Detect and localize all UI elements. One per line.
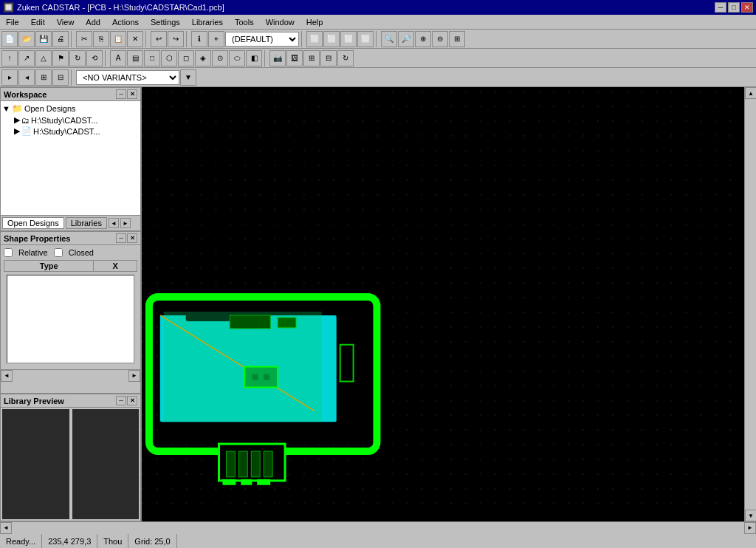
tb2-btn-4[interactable]: ⚑ (52, 50, 69, 66)
vscroll-up[interactable]: ▲ (745, 87, 756, 99)
sep4 (301, 31, 304, 47)
tree-root: ▼ 📁 Open Designs (2, 103, 139, 114)
cursor-button[interactable]: ⌖ (208, 31, 224, 47)
save-button[interactable]: 💾 (35, 31, 52, 47)
tb2-btn-11[interactable]: ◻ (178, 50, 194, 66)
tb2-btn-20[interactable]: ↻ (337, 50, 354, 66)
menu-help[interactable]: Help (300, 16, 329, 28)
tb2-btn-8[interactable]: ▤ (127, 50, 143, 66)
tb2-btn-14[interactable]: ⬭ (229, 50, 245, 66)
variant-dropdown-btn[interactable]: ▼ (180, 69, 196, 86)
svg-rect-16 (241, 479, 252, 485)
open-button[interactable]: 📂 (18, 31, 35, 47)
tb2-btn-1[interactable]: ↑ (1, 50, 18, 66)
cut-button[interactable]: ✂ (76, 31, 92, 47)
redo-button[interactable]: ↪ (168, 31, 184, 47)
relative-checkbox[interactable] (4, 248, 13, 257)
zoom-btn-5[interactable]: ⊞ (449, 31, 465, 47)
menu-view[interactable]: View (51, 16, 80, 28)
expand-icon-2[interactable]: ▶ (14, 126, 20, 136)
minimize-button[interactable]: ─ (715, 2, 726, 13)
hscroll-left[interactable]: ◄ (1, 370, 13, 382)
tb2-btn-10[interactable]: ⬡ (161, 50, 177, 66)
tb-btn-3[interactable]: ⬜ (340, 31, 357, 47)
unit-text: Thou (103, 537, 122, 546)
variant-btn-3[interactable]: ⊞ (35, 69, 52, 86)
tb2-btn-9[interactable]: □ (144, 50, 160, 66)
restore-button[interactable]: □ (728, 2, 740, 13)
variant-btn-2[interactable]: ◂ (18, 69, 35, 86)
menu-actions[interactable]: Actions (106, 16, 145, 28)
tb2-btn-2[interactable]: ↗ (18, 50, 35, 66)
expand-icon[interactable]: ▼ (2, 104, 10, 113)
tb-btn-2[interactable]: ⬜ (323, 31, 340, 47)
tb2-btn-12[interactable]: ◈ (195, 50, 211, 66)
layer-dropdown[interactable]: (DEFAULT) (225, 32, 299, 47)
expand-icon-1[interactable]: ▶ (14, 115, 20, 125)
tree-item-2-label[interactable]: H:\Study\CADST... (33, 127, 100, 136)
bottom-scroll-right[interactable]: ► (744, 522, 756, 534)
tb2-btn-17[interactable]: 🖼 (286, 50, 303, 66)
print-button[interactable]: 🖨 (52, 31, 69, 47)
tree-item-1-label[interactable]: H:\Study\CADST... (31, 116, 97, 125)
menu-libraries[interactable]: Libraries (186, 16, 229, 28)
tab-open-designs[interactable]: Open Designs (2, 217, 64, 229)
zoom-btn-4[interactable]: ⊖ (432, 31, 448, 47)
close-button[interactable]: ✕ (741, 2, 753, 13)
zoom-btn-3[interactable]: ⊕ (415, 31, 431, 47)
shape-props-close[interactable]: ✕ (127, 233, 137, 243)
paste-button[interactable]: 📋 (110, 31, 126, 47)
tb2-btn-6[interactable]: ⟲ (86, 50, 103, 66)
vscroll-down[interactable]: ▼ (745, 510, 756, 521)
tb2-btn-5[interactable]: ↻ (69, 50, 86, 66)
tb2-btn-18[interactable]: ⊞ (303, 50, 320, 66)
new-button[interactable]: 📄 (1, 31, 18, 47)
canvas-area[interactable] (142, 87, 744, 521)
tb2-btn-19[interactable]: ⊟ (320, 50, 337, 66)
ws-scroll-left[interactable]: ◄ (109, 218, 119, 228)
sep2 (145, 31, 148, 47)
lib-preview-close[interactable]: ✕ (127, 396, 137, 405)
closed-checkbox[interactable] (54, 248, 63, 257)
ws-scroll-right[interactable]: ► (120, 218, 131, 228)
workspace-close[interactable]: ✕ (127, 89, 137, 99)
tb2-btn-3[interactable]: △ (35, 50, 52, 66)
variant-btn-1[interactable]: ▸ (1, 69, 18, 86)
variant-dropdown[interactable]: <NO VARIANTS> (76, 70, 179, 85)
menu-edit[interactable]: Edit (25, 16, 51, 28)
workspace-minimize[interactable]: ─ (116, 89, 126, 99)
tree-item-1: ▶ 🗂 H:\Study\CADST... (2, 114, 139, 126)
menu-tools[interactable]: Tools (229, 16, 260, 28)
shape-props-minimize[interactable]: ─ (116, 233, 126, 243)
vscroll-track[interactable] (745, 99, 756, 510)
menu-window[interactable]: Window (260, 16, 300, 28)
variant-btn-4[interactable]: ⊟ (52, 69, 69, 86)
menu-settings[interactable]: Settings (145, 16, 186, 28)
tb-btn-4[interactable]: ⬜ (357, 31, 374, 47)
shape-props-controls: ─ ✕ (116, 233, 137, 243)
svg-rect-21 (252, 374, 258, 380)
hscroll-track[interactable] (13, 370, 128, 382)
tab-libraries[interactable]: Libraries (66, 217, 107, 229)
file-icon-2: 📄 (21, 126, 32, 136)
bottom-scroll-track[interactable] (12, 522, 744, 534)
tb2-btn-16[interactable]: 📷 (269, 50, 286, 66)
bottom-scroll-left[interactable]: ◄ (0, 522, 12, 534)
tb2-btn-7[interactable]: A (110, 50, 126, 66)
menu-add[interactable]: Add (80, 16, 106, 28)
workspace-controls: ─ ✕ (116, 89, 137, 99)
lib-preview-minimize[interactable]: ─ (116, 396, 126, 405)
zoom-btn-2[interactable]: 🔎 (398, 31, 414, 47)
zoom-btn-1[interactable]: 🔍 (381, 31, 397, 47)
lib-preview-pane-left (2, 409, 69, 519)
delete-button[interactable]: ✕ (127, 31, 143, 47)
info-button[interactable]: ℹ (191, 31, 207, 47)
hscroll-right[interactable]: ► (128, 370, 140, 382)
tb-btn-1[interactable]: ⬜ (306, 31, 323, 47)
undo-button[interactable]: ↩ (151, 31, 167, 47)
lib-preview-pane-right (72, 409, 140, 519)
menu-file[interactable]: File (0, 16, 25, 28)
tb2-btn-15[interactable]: ◧ (246, 50, 262, 66)
tb2-btn-13[interactable]: ⊙ (212, 50, 228, 66)
copy-button[interactable]: ⎘ (93, 31, 109, 47)
